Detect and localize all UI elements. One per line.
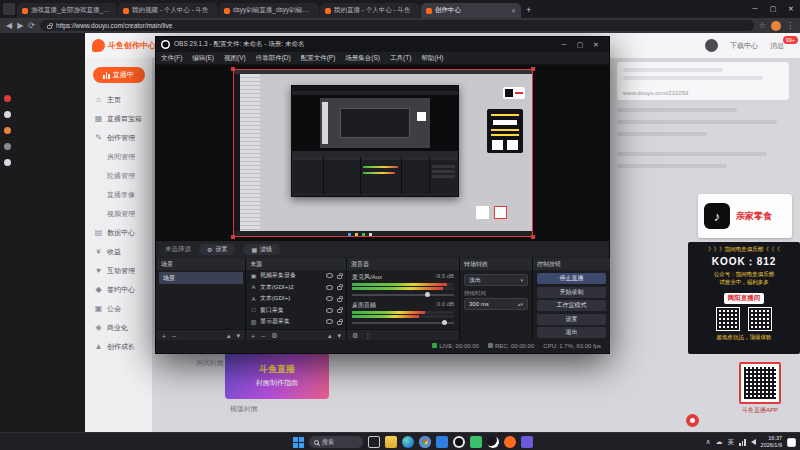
source-properties-button[interactable]: ⚙设置 xyxy=(199,244,235,255)
visibility-eye-icon[interactable] xyxy=(326,273,333,278)
forward-icon[interactable]: ▶ xyxy=(17,21,23,30)
remove-source-icon[interactable]: − xyxy=(261,333,265,340)
source-item-text[interactable]: A文本(GDI+) xyxy=(246,293,346,305)
source-up-icon[interactable]: ▴ xyxy=(328,332,332,340)
taskbar-search[interactable]: 搜索 xyxy=(309,436,363,448)
visibility-eye-icon[interactable] xyxy=(326,308,333,313)
menu-view[interactable]: 视图(V) xyxy=(219,54,251,63)
scene-item-selected[interactable]: 场景 xyxy=(159,272,243,284)
source-down-icon[interactable]: ▾ xyxy=(337,332,341,340)
rail-icon[interactable] xyxy=(4,159,11,166)
spinner-arrows-icon[interactable]: ▴▾ xyxy=(518,301,523,307)
sources-dock-title[interactable]: 来源 xyxy=(246,258,346,270)
microsoft-store-icon[interactable] xyxy=(436,436,448,448)
user-avatar[interactable] xyxy=(705,39,718,52)
wechat-icon[interactable] xyxy=(470,436,482,448)
lock-icon[interactable] xyxy=(337,286,342,290)
obs-taskbar-icon[interactable] xyxy=(453,436,465,448)
lock-icon[interactable] xyxy=(337,309,342,313)
file-explorer-icon[interactable] xyxy=(385,436,397,448)
add-source-icon[interactable]: + xyxy=(251,333,255,340)
source-item-display-capture[interactable]: ▥显示器采集 xyxy=(246,316,346,328)
menu-edit[interactable]: 编辑(E) xyxy=(187,54,219,63)
refresh-icon[interactable]: ⟳ xyxy=(28,21,35,30)
obs-titlebar[interactable]: OBS 29.1.3 - 配置文件: 未命名 - 场景: 未命名 ─ ▢ ✕ xyxy=(156,37,609,52)
sidebar-item-toolbox[interactable]: ▦直播百宝箱 xyxy=(85,109,152,128)
visibility-eye-icon[interactable] xyxy=(326,319,333,324)
tray-expand-icon[interactable]: ∧ xyxy=(705,438,710,446)
lock-icon[interactable] xyxy=(337,275,342,279)
remove-scene-icon[interactable]: − xyxy=(172,333,176,340)
volume-slider[interactable] xyxy=(352,291,454,298)
minimize-icon[interactable]: ─ xyxy=(746,0,764,18)
selection-handle[interactable] xyxy=(231,67,235,71)
exit-button[interactable]: 退出 xyxy=(537,327,606,338)
scene-down-icon[interactable]: ▾ xyxy=(236,332,240,340)
volume-icon[interactable] xyxy=(751,439,756,445)
lock-icon[interactable] xyxy=(337,298,342,302)
obs-close-icon[interactable]: ✕ xyxy=(588,41,604,49)
browser-menu-icon[interactable]: ⋮ xyxy=(786,21,794,30)
close-icon[interactable]: ✕ xyxy=(782,0,800,18)
new-tab-button[interactable]: + xyxy=(526,5,531,15)
network-icon[interactable] xyxy=(739,439,746,446)
add-scene-icon[interactable]: + xyxy=(162,333,166,340)
source-item-window-capture[interactable]: □窗口采集 xyxy=(246,305,346,317)
mixer-gear-icon[interactable]: ⚙ xyxy=(352,332,358,340)
notification-center-icon[interactable] xyxy=(787,438,796,447)
browser-profile-avatar[interactable] xyxy=(771,21,781,31)
sidebar-item-creation[interactable]: ✎创作管理 xyxy=(85,128,152,147)
douyu-taskbar-icon[interactable] xyxy=(504,436,516,448)
browser-tab-1[interactable]: 游戏直播_全部游戏直播_斗鱼直播 xyxy=(17,3,117,18)
obs-maximize-icon[interactable]: ▢ xyxy=(572,41,588,49)
ime-indicator[interactable]: 英 xyxy=(728,438,735,447)
room-url[interactable]: www.douyu.com/231059 xyxy=(623,90,688,96)
duration-spinner[interactable]: 300 ms ▴▾ xyxy=(464,298,528,310)
browser-tab-4[interactable]: 我的直播 - 个人中心 - 斗鱼 xyxy=(320,3,420,18)
menu-tools[interactable]: 工具(T) xyxy=(385,54,416,63)
tab-close-icon[interactable]: ✕ xyxy=(511,7,516,14)
douyu-logo[interactable]: 斗鱼创作中心 xyxy=(92,39,156,52)
sidebar-item-commerce[interactable]: ◈商业化 xyxy=(85,318,152,337)
transitions-dock-title[interactable]: 转场特效 xyxy=(460,258,532,270)
rail-icon[interactable] xyxy=(4,127,11,134)
sidebar-item-videos[interactable]: 视频管理 xyxy=(85,204,152,223)
scenes-dock-title[interactable]: 场景 xyxy=(157,258,245,270)
source-item-text2[interactable]: A文本(GDI+)2 xyxy=(246,282,346,294)
source-filters-button[interactable]: ▦滤镜 xyxy=(243,244,280,255)
messages-link[interactable]: 消息 99+ xyxy=(770,41,784,51)
obs-minimize-icon[interactable]: ─ xyxy=(556,41,572,49)
transition-select[interactable]: 淡出 ▾ xyxy=(464,274,528,286)
slider-knob[interactable] xyxy=(425,292,430,297)
controls-dock-title[interactable]: 控制按钮 xyxy=(533,258,610,270)
selection-handle[interactable] xyxy=(531,67,535,71)
chrome-browser-icon[interactable] xyxy=(419,436,431,448)
visibility-eye-icon[interactable] xyxy=(326,285,333,290)
url-bar[interactable]: https://www.douyu.com/creator/main/live xyxy=(40,20,754,31)
settings-button[interactable]: 设置 xyxy=(537,314,606,325)
customer-service-float-button[interactable] xyxy=(686,414,699,427)
sidebar-item-room-manage[interactable]: 房间管理 xyxy=(85,147,152,166)
sidebar-item-contract[interactable]: ◆签约中心 xyxy=(85,280,152,299)
menu-profile[interactable]: 配置文件(P) xyxy=(296,54,341,63)
source-properties-icon[interactable]: ⚙ xyxy=(271,332,277,340)
download-center-link[interactable]: 下载中心 xyxy=(730,41,758,51)
rail-icon[interactable] xyxy=(4,111,11,118)
cloud-icon[interactable]: ☁ xyxy=(716,438,723,446)
live-status-button[interactable]: 直播中 xyxy=(93,67,145,83)
studio-mode-button[interactable]: 工作室模式 xyxy=(537,300,606,311)
sidebar-item-replays[interactable]: 直播录像 xyxy=(85,185,152,204)
edge-browser-icon[interactable] xyxy=(402,436,414,448)
obs-preview[interactable] xyxy=(156,65,609,241)
back-icon[interactable]: ◀ xyxy=(6,21,12,30)
sidebar-item-interaction[interactable]: ♥互动管理 xyxy=(85,261,152,280)
mixer-dock-title[interactable]: 混音器 xyxy=(347,258,459,270)
cover-guide-banner[interactable]: 斗鱼直播 封面制作指南 xyxy=(225,352,329,399)
sidebar-item-growth[interactable]: ▲创作成长 xyxy=(85,337,152,356)
lock-icon[interactable] xyxy=(337,321,342,325)
menu-scene-collection[interactable]: 场景集合(S) xyxy=(340,54,385,63)
volume-slider[interactable] xyxy=(352,319,454,326)
clock[interactable]: 16:37 2026/1/9 xyxy=(761,435,782,449)
selection-handle[interactable] xyxy=(531,235,535,239)
sidebar-item-home[interactable]: ⌂主页 xyxy=(85,90,152,109)
